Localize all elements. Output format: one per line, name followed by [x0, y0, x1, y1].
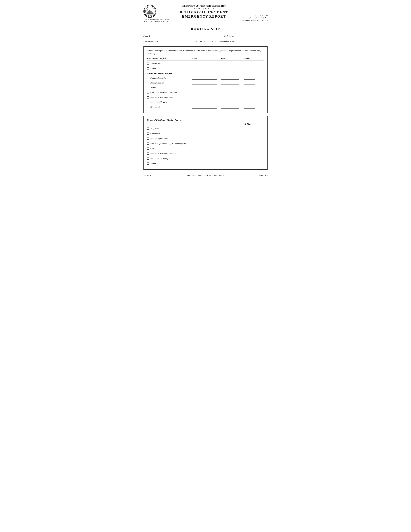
checkbox-program-specialist[interactable] [147, 77, 149, 79]
label-program-specialist: Program Specialist [150, 77, 166, 79]
checkbox-behaviorist[interactable] [147, 106, 149, 108]
col-initials: Initials [244, 57, 260, 60]
name-line-parents[interactable] [192, 67, 217, 70]
name-line-police[interactable] [192, 86, 217, 89]
initials-line-behaviorist[interactable] [244, 106, 255, 109]
label-behaviorist: Behaviorist [150, 106, 160, 108]
initials-line-copies-mental-health[interactable] [242, 157, 258, 160]
initials-line-risk-management[interactable] [242, 142, 258, 145]
checkbox-director-sped[interactable] [147, 96, 149, 98]
initials-line-administrator[interactable] [244, 62, 255, 65]
name-line-program-specialist[interactable] [192, 77, 217, 80]
checkbox-copies-cfs[interactable] [147, 148, 149, 150]
student-row: Student: Student No.: [143, 34, 268, 37]
name-line-director-sped[interactable] [192, 96, 217, 99]
date-line-director-sped[interactable] [221, 96, 239, 99]
initials-line-police[interactable] [244, 86, 255, 89]
initials-line-cumulative[interactable] [242, 132, 258, 135]
checkbox-staff-file[interactable] [147, 127, 149, 130]
checkbox-copies-director-sped[interactable] [147, 152, 149, 155]
name-line-cfs[interactable] [192, 91, 217, 94]
initials-spacer-parent [242, 162, 258, 165]
day-label: Day: [194, 40, 198, 43]
date-of-incident-label: Date of Incident: [143, 40, 158, 43]
incident-start-time-label: Incident Start Time: [218, 40, 234, 43]
day-m[interactable]: M [200, 40, 202, 43]
initials-line-doctor[interactable] [244, 82, 255, 85]
name-line-doctor[interactable] [192, 82, 217, 85]
checkbox-administrator[interactable] [147, 63, 149, 65]
date-line-behaviorist[interactable] [221, 106, 239, 109]
day-th[interactable]: Th [211, 40, 213, 43]
col-who: Who Must Be Notified [147, 57, 192, 60]
checkbox-cumulative[interactable] [147, 133, 149, 135]
checkbox-doctor[interactable] [147, 82, 149, 84]
label-police: Police [150, 86, 156, 89]
footer-page: Page 1 of 6 [260, 174, 268, 176]
col-date: Date [221, 57, 244, 60]
notify-row-cfs: CFS(Child and Family Services) [147, 91, 264, 95]
date-line-program-specialist[interactable] [221, 77, 239, 80]
report-title-line2: EMERGENCY REPORT [176, 14, 232, 19]
date-line-police[interactable] [221, 86, 239, 89]
checkbox-risk-management[interactable] [147, 142, 149, 145]
footer-canary: Canary – Teacher [198, 174, 211, 176]
svg-text:UNIFIED SCHOOL: UNIFIED SCHOOL [147, 7, 153, 8]
notification-instruction: Provide name of person to whom the incid… [147, 49, 264, 55]
label-copies-parent: Parent [150, 162, 156, 165]
initials-line-copies-director-sped[interactable] [242, 152, 258, 155]
checkbox-parents[interactable] [147, 67, 149, 69]
incident-start-time-input[interactable] [236, 40, 256, 43]
day-options: M T W Th F [200, 40, 216, 43]
checkbox-copies-parent[interactable] [147, 162, 149, 165]
name-line-administrator[interactable] [192, 62, 217, 65]
svg-text:DISTRICT: DISTRICT [148, 15, 151, 16]
date-line-administrator[interactable] [221, 62, 239, 65]
date-input-line[interactable] [160, 40, 192, 43]
initials-line-director-sped[interactable] [244, 96, 255, 99]
day-t[interactable]: T [204, 40, 205, 43]
label-incident-report: Incident Report File* [150, 137, 168, 140]
copies-row-director-sped: Director of Special Education* [147, 152, 264, 156]
initials-line-cfs[interactable] [244, 91, 255, 94]
day-f[interactable]: F [215, 40, 216, 43]
label-parents: Parents [150, 67, 157, 70]
checkbox-copies-mental-health[interactable] [147, 158, 149, 160]
date-line-parents[interactable] [221, 67, 239, 70]
initials-line-program-specialist[interactable] [244, 77, 255, 80]
incident-row: Date of Incident: Day: M T W Th F Incide… [143, 40, 268, 43]
footer-rev: Rev. 09/04 [143, 174, 151, 176]
initials-line-copies-cfs[interactable] [242, 147, 258, 150]
checkbox-cfs[interactable] [147, 92, 149, 94]
date-line-doctor[interactable] [221, 82, 239, 85]
date-line-mental-health[interactable] [221, 101, 239, 104]
student-no-input-line[interactable] [235, 34, 268, 37]
others-may-notify-header: Others Who May be Notified [147, 72, 264, 75]
district-name: MT. DIABLO UNIFIED SCHOOL DISTRICT [176, 5, 232, 7]
initials-line-mental-health[interactable] [244, 101, 255, 104]
notify-row-police: Police [147, 86, 264, 90]
label-risk-management: Risk Management (if staff or student inj… [150, 142, 186, 145]
student-input-line[interactable] [151, 34, 219, 37]
footer-copy-colors: White – Site Canary – Teacher Pink – Par… [186, 174, 224, 176]
page-footer: Rev. 09/04 White – Site Canary – Teacher… [143, 173, 268, 176]
notify-header: Who Must Be Notified Name Date Initials [147, 57, 264, 60]
initials-line-staff-file[interactable] [242, 127, 258, 130]
name-line-mental-health[interactable] [192, 101, 217, 104]
copies-row-cumulative: Cumulative* [147, 132, 264, 136]
date-line-cfs[interactable] [221, 91, 239, 94]
checkbox-incident-report[interactable] [147, 138, 149, 140]
checkbox-mental-health[interactable] [147, 101, 149, 103]
student-label: Student: [143, 35, 150, 37]
label-copies-director-sped: Director of Special Education* [150, 152, 176, 155]
initials-line-incident-report[interactable] [242, 137, 258, 140]
day-w[interactable]: W [207, 40, 209, 43]
cac-info: Community Advisory Committee (CAC) [235, 17, 268, 19]
notify-row-behaviorist: Behaviorist [147, 105, 264, 109]
initials-line-parents[interactable] [244, 67, 255, 70]
checkbox-police[interactable] [147, 87, 149, 89]
copies-row-staff-file: Staff File* [147, 127, 264, 131]
label-mental-health: Mental Health Agency [150, 101, 168, 104]
name-line-behaviorist[interactable] [192, 106, 217, 109]
label-copies-cfs: CFS [150, 147, 154, 150]
